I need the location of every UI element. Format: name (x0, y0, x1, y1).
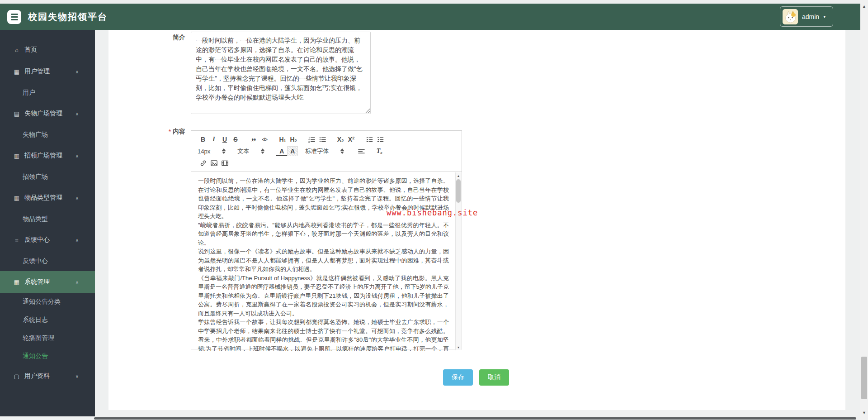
top-header: 校园失物招领平台 admin ▾ (0, 4, 860, 30)
glyph: A (290, 148, 295, 155)
outdent-icon[interactable] (364, 134, 375, 144)
sidebar-item-label: 物品类型管理 (24, 194, 62, 202)
clean-button[interactable]: Tx (374, 146, 385, 156)
content-label-text: 内容 (173, 128, 185, 135)
grid-icon: ▦ (13, 195, 20, 201)
chevron-down-icon: ∨ (75, 374, 79, 379)
avatar (783, 9, 798, 24)
glyph: X (348, 136, 352, 143)
home-icon: ⌂ (13, 47, 20, 53)
sidebar-item-label: 招领广场管理 (24, 152, 62, 160)
chevron-up-icon: ∧ (75, 238, 79, 243)
glyph: H (290, 136, 294, 143)
updown-arrows-icon (261, 148, 264, 154)
glyph: I (212, 136, 215, 143)
header-select-value: 文本 (237, 147, 249, 155)
main-content: 简介 一段时间以前，一位在港的大陆学生，因为学业的压力、前途的渺茫等诸多原因，选… (95, 30, 860, 420)
blockquote-button[interactable]: ” (248, 134, 259, 144)
sidebar-item-13[interactable]: 系统日志 (0, 311, 95, 329)
glyph: S (233, 136, 237, 143)
sidebar-item-label: 反馈中心 (23, 257, 48, 265)
subscript-button[interactable]: X2 (335, 134, 346, 144)
sidebar-item-9[interactable]: ≡反馈中心∧ (0, 229, 95, 251)
link-icon[interactable] (198, 158, 208, 168)
sidebar-item-label: 失物广场 (23, 131, 48, 139)
page-hscroll-thumb[interactable] (94, 417, 856, 420)
glyph: B (201, 136, 205, 143)
sidebar-item-label: 系统日志 (23, 316, 48, 324)
header-1-button[interactable]: H1 (277, 134, 288, 144)
list-bullet-icon[interactable] (317, 134, 328, 144)
sidebar-item-14[interactable]: 轮播图管理 (0, 329, 95, 347)
sidebar-item-1[interactable]: ▦用户管理∧ (0, 61, 95, 82)
save-button[interactable]: 保存 (443, 369, 473, 386)
sidebar-item-4[interactable]: 失物广场 (0, 124, 95, 145)
window-top-edge (0, 0, 860, 4)
scroll-down-icon[interactable]: ▼ (456, 344, 461, 350)
scroll-down-icon[interactable]: ▼ (860, 409, 868, 416)
sidebar-item-15[interactable]: 通知公告 (0, 347, 95, 365)
font-select[interactable]: 标准字体 (305, 146, 344, 156)
sidebar-item-5[interactable]: ▥招领广场管理∧ (0, 145, 95, 167)
align-icon[interactable] (356, 146, 367, 156)
header-select[interactable]: 文本 (237, 146, 264, 156)
editor-paragraph: "峣峣者易折，皎皎者易污。"能够从内地高校到香港读书的学子，都是一些很优秀的年轻… (198, 221, 449, 248)
list-ordered-icon[interactable] (306, 134, 317, 144)
scroll-up-icon[interactable]: ▲ (456, 173, 461, 178)
editor-content[interactable]: 一段时间以前，一位在港的大陆学生，因为学业的压力、前途的渺茫等诸多原因，选择了自… (191, 172, 462, 351)
sidebar-item-label: 通知公告 (23, 352, 48, 360)
rich-text-editor: BIUS”</>H1H2X2X214px文本AA标准字体Tx 一段时间以前，一位… (191, 130, 462, 349)
sidebar-item-11[interactable]: ▦系统管理∧ (0, 271, 95, 293)
intro-label: 简介 (136, 33, 185, 42)
bold-button[interactable]: B (198, 134, 208, 144)
sidebar-item-label: 系统管理 (24, 278, 50, 286)
user-menu[interactable]: admin ▾ (780, 6, 833, 27)
app-window: 校园失物招领平台 admin ▾ ⌂首页▦用户管理∧用户▤失物广场管理∧失物广场… (0, 0, 868, 420)
sidebar-item-16[interactable]: ▢用户资料∨ (0, 365, 95, 387)
editor-scroll-thumb[interactable] (456, 179, 461, 203)
editor-scrollbar[interactable]: ▲ ▼ (455, 172, 461, 350)
cancel-button[interactable]: 取消 (479, 369, 509, 386)
italic-button[interactable]: I (208, 134, 219, 144)
code-block-button[interactable]: </> (259, 134, 270, 144)
image-icon[interactable] (208, 158, 219, 168)
sidebar-item-10[interactable]: 反馈中心 (0, 251, 95, 271)
editor-paragraph: 一段时间以前，一位在港的大陆学生，因为学业的压力、前途的渺茫等诸多原因，选择了自… (198, 177, 449, 221)
strike-button[interactable]: S (230, 134, 241, 144)
sidebar-item-label: 招领广场 (23, 173, 48, 181)
list-icon: ≡ (13, 237, 20, 243)
sidebar-item-7[interactable]: ▦物品类型管理∧ (0, 187, 95, 209)
sidebar-item-0[interactable]: ⌂首页 (0, 39, 95, 61)
header-2-button[interactable]: H2 (288, 134, 299, 144)
chevron-down-icon: ▾ (823, 14, 826, 19)
page-vertical-scrollbar[interactable]: ▲ ▼ (860, 0, 868, 420)
background-button[interactable]: A (287, 146, 298, 156)
intro-textarea[interactable]: 一段时间以前，一位在港的大陆学生，因为学业的压力、前途的渺茫等诸多原因，选择了自… (191, 32, 371, 114)
sidebar-item-label: 用户管理 (24, 67, 50, 76)
sidebar-item-12[interactable]: 通知公告分类 (0, 293, 95, 311)
size-select[interactable]: 14px (198, 146, 226, 156)
sidebar: ⌂首页▦用户管理∧用户▤失物广场管理∧失物广场▥招领广场管理∧招领广场▦物品类型… (0, 30, 95, 420)
video-icon[interactable] (219, 158, 230, 168)
form-panel: 简介 一段时间以前，一位在港的大陆学生，因为学业的压力、前途的渺茫等诸多原因，选… (108, 30, 845, 410)
color-button[interactable]: A (276, 148, 287, 156)
chevron-up-icon: ∧ (75, 196, 79, 200)
glyph-suffix: 2 (341, 138, 344, 143)
page-title: 校园失物招领平台 (28, 11, 108, 23)
sidebar-item-2[interactable]: 用户 (0, 82, 95, 103)
page-horizontal-scrollbar[interactable] (0, 416, 860, 420)
sidebar-item-3[interactable]: ▤失物广场管理∧ (0, 103, 95, 124)
scroll-up-icon[interactable]: ▲ (860, 3, 868, 10)
page-scroll-thumb[interactable] (861, 357, 867, 399)
form-actions: 保存 取消 (443, 369, 509, 386)
sidebar-item-6[interactable]: 招领广场 (0, 167, 95, 187)
glyph: ” (251, 139, 256, 144)
sidebar-item-8[interactable]: 物品类型 (0, 209, 95, 229)
indent-icon[interactable] (375, 134, 386, 144)
glyph: X (337, 136, 341, 143)
glyph: A (279, 148, 284, 155)
underline-button[interactable]: U (219, 134, 230, 144)
menu-toggle-button[interactable] (7, 10, 21, 24)
superscript-button[interactable]: X2 (346, 134, 357, 144)
folder-icon: ▢ (13, 373, 20, 380)
